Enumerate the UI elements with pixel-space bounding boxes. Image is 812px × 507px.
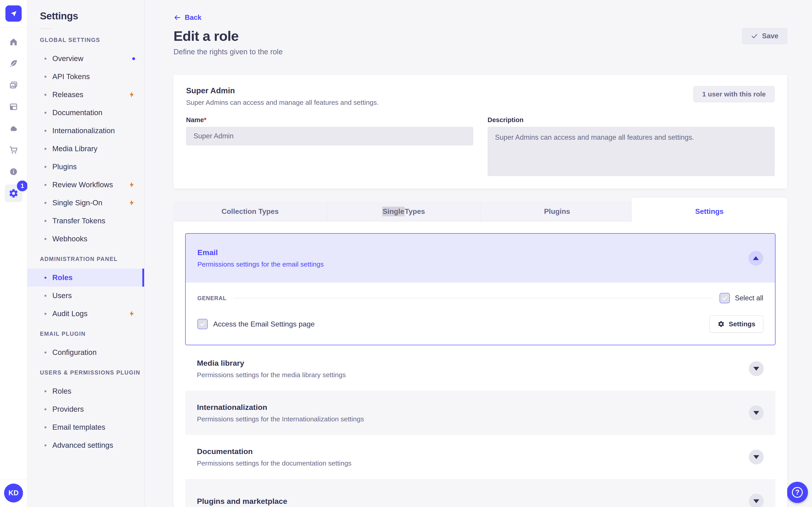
chevron-down-icon [753,367,759,371]
marketplace-nav[interactable] [9,145,18,155]
general-section-label: GENERAL [197,295,226,301]
sidebar-item-providers[interactable]: Providers [27,400,144,418]
expand-button[interactable] [749,405,764,420]
sidebar-item-users[interactable]: Users [27,287,144,305]
settings-icon [8,188,19,199]
accordion-title: Email [197,248,324,257]
sidebar-title-divider [40,29,51,29]
content-manager-icon [9,59,18,68]
tab-collection-types[interactable]: Collection Types [173,201,327,222]
bullet-icon [44,166,46,168]
sidebar-item-overview[interactable]: Overview [27,50,144,68]
back-arrow-icon [173,14,181,21]
sidebar-item-configuration[interactable]: Configuration [27,343,144,361]
description-field-label: Description [488,116,775,124]
sidebar-item-single-sign-on[interactable]: Single Sign-On [27,194,144,212]
sidebar-item-documentation[interactable]: Documentation [27,104,144,122]
bullet-icon [44,351,46,353]
accordion-subtitle: Permissions settings for the email setti… [197,261,324,268]
content-manager-nav[interactable] [9,59,18,68]
bullet-icon [44,238,46,240]
internationalization-accordion[interactable]: Internationalization Permissions setting… [185,391,775,435]
sidebar-item-up-roles[interactable]: Roles [27,382,144,400]
bullet-icon [44,313,46,315]
bullet-icon [44,444,46,446]
bullet-icon [44,202,46,204]
strapi-logo[interactable] [5,5,22,22]
chevron-down-icon [753,411,759,415]
check-icon [199,321,206,327]
tab-single-types[interactable]: Single Types [327,201,481,222]
bullet-icon [44,94,46,96]
sidebar-item-audit-logs[interactable]: Audit Logs [27,305,144,323]
expand-button[interactable] [749,494,764,507]
page-title: Edit a role [173,28,239,44]
notification-dot-icon [132,57,135,60]
sidebar-item-transfer-tokens[interactable]: Transfer Tokens [27,212,144,230]
sidebar-item-internationalization[interactable]: Internationalization [27,122,144,140]
description-textarea[interactable]: Super Admins can access and manage all f… [488,127,775,176]
documentation-accordion[interactable]: Documentation Permissions settings for t… [185,435,775,479]
content-type-builder-nav[interactable] [9,102,18,112]
media-library-accordion[interactable]: Media library Permissions settings for t… [185,347,775,391]
home-nav[interactable] [9,37,18,47]
sidebar-item-roles[interactable]: Roles [27,269,144,287]
bullet-icon [44,277,46,279]
bullet-icon [44,112,46,114]
section-divider [233,298,713,298]
info-nav[interactable] [9,167,18,176]
chevron-down-icon [753,499,759,503]
tab-plugins[interactable]: Plugins [480,201,634,222]
users-with-role-button[interactable]: 1 user with this role [693,86,774,102]
info-icon [9,167,18,176]
rail-divider [0,27,27,28]
sidebar-item-api-tokens[interactable]: API Tokens [27,68,144,86]
settings-nav[interactable]: 1 [5,184,22,202]
collapse-button[interactable] [748,251,763,266]
settings-permissions-panel: Email Permissions settings for the email… [173,222,787,507]
tab-settings[interactable]: Settings [631,198,787,225]
sidebar-item-media-library[interactable]: Media Library [27,140,144,158]
expand-button[interactable] [749,450,764,464]
bullet-icon [44,408,46,410]
role-description-text: Super Admins can access and manage all f… [186,99,379,106]
email-accordion-header[interactable]: Email Permissions settings for the email… [186,234,775,283]
email-accordion-body: GENERAL Select all [186,283,775,345]
sidebar-title: Settings [40,10,144,22]
sidebar-item-plugins[interactable]: Plugins [27,158,144,176]
save-button[interactable]: Save [742,28,787,44]
marketplace-icon [9,145,18,155]
sidebar-item-webhooks[interactable]: Webhooks [27,230,144,248]
expand-button[interactable] [749,361,764,376]
flash-icon [128,181,135,188]
sidebar-item-review-workflows[interactable]: Review Workflows [27,176,144,194]
cloud-nav[interactable] [9,124,18,133]
sidebar-item-releases[interactable]: Releases [27,86,144,104]
back-link[interactable]: Back [173,13,201,22]
email-accordion: Email Permissions settings for the email… [185,233,775,345]
selected-text: Single [382,207,405,216]
name-input[interactable]: Super Admin [186,127,473,145]
bullet-icon [44,58,46,60]
email-settings-button[interactable]: Settings [710,316,763,333]
permission-checkbox[interactable] [197,319,208,329]
sidebar-item-email-templates[interactable]: Email templates [27,418,144,436]
bullet-icon [44,220,46,222]
permission-label: Access the Email Settings page [213,320,315,328]
bullet-icon [44,130,46,132]
flash-icon [128,91,135,98]
help-button[interactable]: ? [787,482,808,503]
home-icon [9,38,18,46]
name-field-label: Name* [186,116,473,124]
sidebar-item-advanced-settings[interactable]: Advanced settings [27,436,144,454]
strapi-logo-icon [9,9,18,18]
permissions-tabs: Collection Types Single Types Plugins Se… [173,201,787,222]
bullet-icon [44,184,46,186]
required-asterisk: * [204,116,206,123]
plugins-marketplace-accordion[interactable]: Plugins and marketplace [185,479,775,507]
media-library-nav[interactable] [9,80,18,90]
page-subtitle: Define the rights given to the role [173,48,787,56]
user-avatar[interactable]: KD [4,484,23,503]
select-all-checkbox[interactable] [719,293,730,303]
bullet-icon [44,148,46,150]
